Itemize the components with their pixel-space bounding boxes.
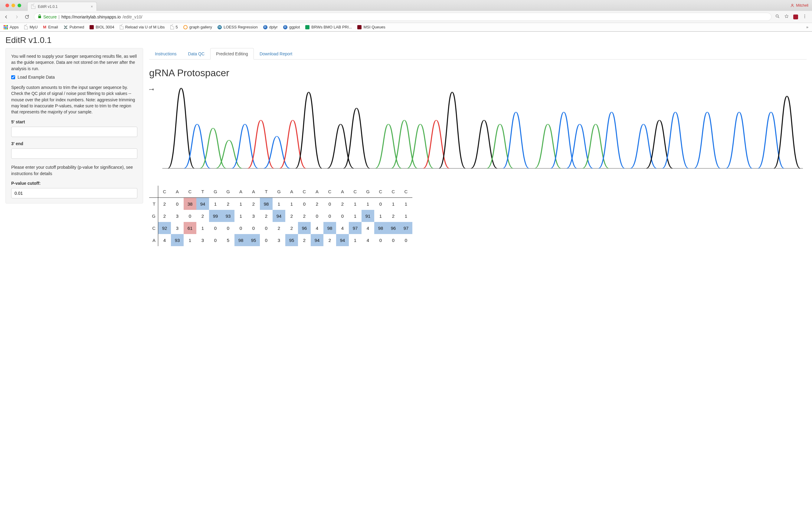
bookmark-ggplot[interactable]: Rggplot xyxy=(283,25,300,29)
bookmark-biol3004[interactable]: BIOL 3004 xyxy=(90,25,114,29)
nav-forward-button[interactable] xyxy=(13,14,20,20)
file-icon xyxy=(120,25,123,29)
mendeley-icon[interactable] xyxy=(793,14,798,19)
r-icon: R xyxy=(263,25,267,29)
trace-peak xyxy=(694,112,720,168)
bookmark-pubmed[interactable]: Pubmed xyxy=(63,25,84,29)
bookmarks-overflow-icon[interactable]: » xyxy=(806,25,808,29)
trace-peak xyxy=(439,92,465,168)
heatmap-cell: 0 xyxy=(374,198,387,210)
load-example-label: Load Example Data xyxy=(18,74,55,80)
umn-icon xyxy=(90,25,94,29)
bookmark-myu[interactable]: MyU xyxy=(24,25,38,29)
star-icon[interactable] xyxy=(784,14,789,20)
heatmap-cell: 98 xyxy=(374,222,387,234)
window-minimize-icon[interactable] xyxy=(11,4,15,7)
menu-icon[interactable] xyxy=(802,14,807,20)
heatmap-cell: 0 xyxy=(323,198,336,210)
input-5p-start[interactable] xyxy=(11,127,137,137)
url-path: /editr_v10/ xyxy=(123,14,142,19)
heatmap-cell: 4 xyxy=(311,222,323,234)
heatmap-cell: 4 xyxy=(362,222,374,234)
input-3p-end[interactable] xyxy=(11,149,137,159)
reload-icon xyxy=(24,14,29,19)
bookmark-graph-gallery[interactable]: graph gallery xyxy=(183,25,212,29)
tabset: Instructions Data QC Predicted Editing D… xyxy=(149,48,807,59)
tab-predicted-editing[interactable]: Predicted Editing xyxy=(210,48,254,59)
section-heading: gRNA Protospacer xyxy=(149,67,807,78)
editing-heatmap: CACTGGAATGACACACGCCCT2038941212981102021… xyxy=(149,186,807,246)
tab-title: EditR v1.0.1 xyxy=(38,5,57,9)
heatmap-cell: 1 xyxy=(209,198,222,210)
window-controls[interactable] xyxy=(2,4,24,7)
label-3p-end: 3' end xyxy=(11,141,137,147)
heatmap-col-header: G xyxy=(209,186,222,198)
bookmark-brws-bmo[interactable]: BRWs BMO LAB PRI... xyxy=(305,25,352,29)
bookmark-dplyr[interactable]: Rdplyr xyxy=(263,25,278,29)
zoom-icon[interactable] xyxy=(775,14,780,20)
nav-back-button[interactable] xyxy=(3,14,10,20)
heatmap-cell: 0 xyxy=(260,234,273,246)
svg-point-2 xyxy=(776,15,779,17)
browser-tab[interactable]: EditR v1.0.1 × xyxy=(27,2,97,11)
bookmark-5[interactable]: 5 xyxy=(170,25,178,29)
heatmap-cell: 2 xyxy=(285,210,298,222)
bookmark-loess[interactable]: WLOESS Regression xyxy=(218,25,258,29)
sidebar-intro: You will need to supply your Sanger sequ… xyxy=(11,53,137,72)
bookmark-label: dplyr xyxy=(269,25,278,29)
address-bar[interactable]: Secure | https://moriaritylab.shinyapps.… xyxy=(34,13,772,21)
load-example-checkbox[interactable]: Load Example Data xyxy=(11,74,137,80)
profile-badge[interactable]: Mitchell xyxy=(791,3,808,8)
heatmap-cell: 0 xyxy=(209,234,222,246)
bookmark-msi-queues[interactable]: MSI Queues xyxy=(357,25,385,29)
heatmap-cell: 2 xyxy=(222,198,235,210)
file-icon xyxy=(24,25,28,29)
heatmap-cell: 3 xyxy=(171,222,184,234)
heatmap-cell: 4 xyxy=(158,234,171,246)
window-close-icon[interactable] xyxy=(5,4,9,7)
trace-peak xyxy=(232,124,258,168)
heatmap-cell: 2 xyxy=(298,210,311,222)
bookmark-email[interactable]: MEmail xyxy=(43,25,58,29)
trace-peak xyxy=(391,120,417,168)
heatmap-cell: 0 xyxy=(247,222,260,234)
orange-circle-icon xyxy=(183,25,187,29)
heatmap-row-header: T xyxy=(149,198,158,210)
bookmark-reload-libs[interactable]: Reload via U of M Libs xyxy=(120,25,165,29)
sidebar-panel: You will need to supply your Sanger sequ… xyxy=(5,48,143,203)
load-example-checkbox-input[interactable] xyxy=(11,75,15,79)
heatmap-cell: 0 xyxy=(311,210,323,222)
y-axis-tick-label: 1 xyxy=(149,88,155,91)
heatmap-cell: 38 xyxy=(184,198,196,210)
main-panel: Instructions Data QC Predicted Editing D… xyxy=(149,48,807,246)
heatmap-cell: 2 xyxy=(298,234,311,246)
browser-tabbar: EditR v1.0.1 × Mitchell xyxy=(0,0,812,11)
tab-download-report[interactable]: Download Report xyxy=(254,48,298,59)
heatmap-col-header: A xyxy=(171,186,184,198)
heatmap-cell: 1 xyxy=(400,198,412,210)
trace-peak xyxy=(726,112,753,168)
heatmap-cell: 1 xyxy=(184,234,196,246)
nav-reload-button[interactable] xyxy=(24,14,30,20)
heatmap-cell: 97 xyxy=(349,222,362,234)
heatmap-cell: 5 xyxy=(222,234,235,246)
trace-peak xyxy=(296,92,322,168)
heatmap-cell: 0 xyxy=(171,198,184,210)
heatmap-cell: 93 xyxy=(171,234,184,246)
tab-instructions[interactable]: Instructions xyxy=(149,48,182,59)
heatmap-cell: 95 xyxy=(285,234,298,246)
heatmap-cell: 2 xyxy=(158,210,171,222)
bookmark-label: MyU xyxy=(30,25,38,29)
heatmap-cell: 1 xyxy=(273,198,285,210)
window-maximize-icon[interactable] xyxy=(18,4,21,7)
tab-data-qc[interactable]: Data QC xyxy=(182,48,210,59)
trace-peak xyxy=(551,112,577,168)
heatmap-col-header: C xyxy=(158,186,171,198)
bookmark-label: 5 xyxy=(176,25,178,29)
tab-close-icon[interactable]: × xyxy=(91,5,93,9)
heatmap-cell: 0 xyxy=(235,222,247,234)
input-pvalue[interactable] xyxy=(11,188,137,198)
heatmap-cell: 98 xyxy=(323,222,336,234)
bookmark-apps[interactable]: Apps xyxy=(4,25,19,29)
heatmap-col-header: T xyxy=(260,186,273,198)
